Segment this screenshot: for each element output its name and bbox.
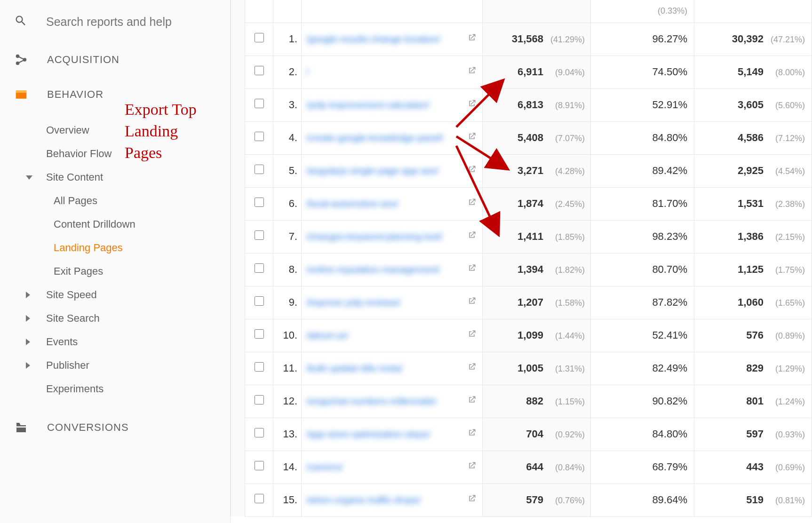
- row-checkbox[interactable]: [255, 99, 264, 108]
- search-row: [0, 8, 230, 42]
- table-row: 7./changes-keyword-planning-tool/1,411(1…: [231, 220, 812, 253]
- row-checkbox[interactable]: [255, 296, 264, 306]
- row-pct: 84.80%: [591, 418, 694, 451]
- nav-experiments[interactable]: Experiments: [0, 377, 230, 401]
- nav-site-search[interactable]: Site Search: [0, 307, 230, 330]
- row-checkbox[interactable]: [255, 33, 264, 42]
- row-checkbox[interactable]: [255, 395, 264, 404]
- open-in-new-icon[interactable]: [467, 461, 477, 473]
- row-pct: 68.79%: [591, 451, 694, 483]
- open-in-new-icon[interactable]: [467, 428, 477, 440]
- row-checkbox[interactable]: [255, 362, 264, 372]
- row-page-link[interactable]: /app-store-optimization-steps/: [302, 418, 483, 451]
- table-row: 4./create-google-knowledge-panel/5,408(7…: [231, 121, 812, 154]
- row-index: 14.: [273, 451, 302, 483]
- open-in-new-icon[interactable]: [467, 66, 477, 78]
- row-checkbox[interactable]: [255, 329, 264, 339]
- row-page-link[interactable]: /angularjs-single-page-app-seo/: [302, 154, 483, 187]
- row-checkbox[interactable]: [255, 198, 264, 207]
- open-in-new-icon[interactable]: [467, 296, 477, 309]
- row-sessions: 6,911(9.04%): [483, 55, 591, 88]
- row-checkbox[interactable]: [255, 66, 264, 75]
- row-new-sessions: 1,060(1.65%): [694, 286, 812, 319]
- row-pct: 89.64%: [591, 483, 694, 516]
- sidebar: ACQUISITION BEHAVIOR Overview Behavior F…: [0, 0, 231, 523]
- row-index: 5.: [273, 154, 302, 187]
- row-page-link[interactable]: /when-organic-traffic-drops/: [302, 483, 483, 516]
- nav-exit-pages[interactable]: Exit Pages: [0, 260, 230, 283]
- open-in-new-icon[interactable]: [467, 99, 477, 111]
- row-pct: 96.27%: [591, 23, 694, 55]
- row-checkbox[interactable]: [255, 494, 264, 503]
- table-row: 8./online-reputation-management/1,394(1.…: [231, 253, 812, 286]
- row-index: 1.: [273, 23, 302, 55]
- open-in-new-icon[interactable]: [467, 33, 477, 45]
- nav-landing-pages[interactable]: Landing Pages: [0, 236, 230, 260]
- row-checkbox[interactable]: [255, 165, 264, 174]
- row-page-link[interactable]: /local-automotive-seo/: [302, 187, 483, 220]
- nav-events[interactable]: Events: [0, 330, 230, 354]
- nav-conversions[interactable]: CONVERSIONS: [0, 410, 230, 445]
- row-page-link[interactable]: /careers/: [302, 451, 483, 483]
- nav-content-drilldown[interactable]: Content Drilldown: [0, 213, 230, 236]
- open-in-new-icon[interactable]: [467, 263, 477, 276]
- row-checkbox[interactable]: [255, 428, 264, 437]
- table-row: 6./local-automotive-seo/1,874(2.45%)81.7…: [231, 187, 812, 220]
- row-page-link[interactable]: /yelp-improvement-calculator/: [302, 88, 483, 121]
- open-in-new-icon[interactable]: [467, 329, 477, 341]
- nav-label: CONVERSIONS: [47, 421, 129, 434]
- open-in-new-icon[interactable]: [467, 132, 477, 144]
- row-checkbox[interactable]: [255, 230, 264, 240]
- row-page-link[interactable]: /changes-keyword-planning-tool/: [302, 220, 483, 253]
- open-in-new-icon[interactable]: [467, 198, 477, 210]
- row-new-sessions: 1,386(2.15%): [694, 220, 812, 253]
- conversions-icon: [14, 420, 28, 435]
- table-row: 5./angularjs-single-page-app-seo/3,271(4…: [231, 154, 812, 187]
- row-sessions: 1,874(2.45%): [483, 187, 591, 220]
- row-pct: 87.82%: [591, 286, 694, 319]
- row-new-sessions: 30,392(47.21%): [694, 23, 812, 55]
- nav-behavior-flow[interactable]: Behavior Flow: [0, 142, 230, 166]
- row-index: 4.: [273, 121, 302, 154]
- row-checkbox[interactable]: [255, 263, 264, 273]
- nav-site-content[interactable]: Site Content: [0, 166, 230, 189]
- nav-all-pages[interactable]: All Pages: [0, 189, 230, 213]
- row-page-link[interactable]: /bulk-update-title-meta/: [302, 352, 483, 385]
- row-checkbox[interactable]: [255, 461, 264, 470]
- row-index: 15.: [273, 483, 302, 516]
- nav-acquisition[interactable]: ACQUISITION: [0, 42, 230, 77]
- row-sessions: 1,207(1.58%): [483, 286, 591, 319]
- row-page-link[interactable]: /about-us/: [302, 319, 483, 352]
- nav-behavior[interactable]: BEHAVIOR: [0, 77, 230, 112]
- open-in-new-icon[interactable]: [467, 230, 477, 243]
- caret-right-icon: [26, 315, 30, 322]
- row-new-sessions: 597(0.93%): [694, 418, 812, 451]
- row-page-link[interactable]: /create-google-knowledge-panel/: [302, 121, 483, 154]
- row-page-link[interactable]: /online-reputation-management/: [302, 253, 483, 286]
- row-new-sessions: 4,586(7.12%): [694, 121, 812, 154]
- row-checkbox[interactable]: [255, 132, 264, 141]
- open-in-new-icon[interactable]: [467, 165, 477, 177]
- nav-overview[interactable]: Overview: [0, 119, 230, 142]
- row-page-link[interactable]: /google-results-change-location/: [302, 23, 483, 55]
- row-pct: 84.80%: [591, 121, 694, 154]
- row-sessions: 704(0.92%): [483, 418, 591, 451]
- open-in-new-icon[interactable]: [467, 494, 477, 506]
- search-input[interactable]: [46, 15, 197, 29]
- open-in-new-icon[interactable]: [467, 362, 477, 374]
- row-sessions: 882(1.15%): [483, 385, 591, 418]
- table-row: 14./careers/644(0.84%)68.79%443(0.69%): [231, 451, 812, 483]
- caret-down-icon: [26, 175, 32, 180]
- behavior-icon: [14, 87, 28, 102]
- row-index: 13.: [273, 418, 302, 451]
- open-in-new-icon[interactable]: [467, 395, 477, 407]
- row-sessions: 3,271(4.28%): [483, 154, 591, 187]
- row-page-link[interactable]: /improve-yelp-reviews/: [302, 286, 483, 319]
- row-page-link[interactable]: /: [302, 55, 483, 88]
- nav-publisher[interactable]: Publisher: [0, 354, 230, 377]
- row-new-sessions: 2,925(4.54%): [694, 154, 812, 187]
- search-icon[interactable]: [14, 14, 27, 29]
- table-row: 1./google-results-change-location/31,568…: [231, 23, 812, 55]
- nav-site-speed[interactable]: Site Speed: [0, 283, 230, 307]
- row-page-link[interactable]: /snapchat-numbers-millennials/: [302, 385, 483, 418]
